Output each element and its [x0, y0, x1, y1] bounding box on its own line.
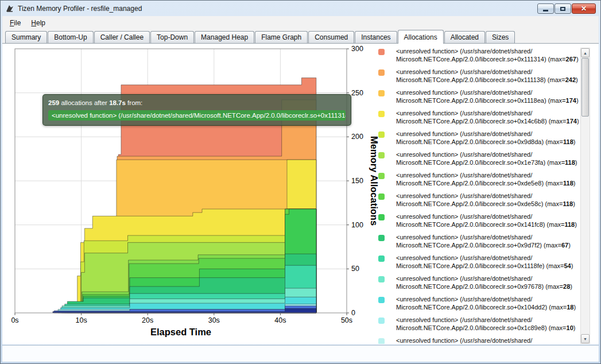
tab-allocated[interactable]: Allocated	[444, 31, 485, 43]
legend-item-label: <unresolved function> (/usr/share/dotnet…	[396, 89, 579, 104]
tooltip-function: <unresolved function> (/usr/share/dotnet…	[48, 110, 346, 121]
legend-item[interactable]: <unresolved function> (/usr/share/dotnet…	[377, 192, 579, 208]
legend-item[interactable]: <unresolved function> (/usr/share/dotnet…	[377, 337, 579, 344]
legend-item[interactable]: <unresolved function> (/usr/share/dotnet…	[377, 110, 579, 125]
app-window: Tizen Memory Profiler - resfile_managed …	[0, 0, 601, 364]
legend-swatch	[378, 49, 385, 55]
status-bar	[2, 345, 599, 362]
menu-file[interactable]: File	[5, 17, 26, 29]
legend-swatch	[378, 338, 385, 344]
x-tick-label: 40s	[274, 316, 286, 324]
tab-instances[interactable]: Instances	[355, 31, 397, 43]
tab-top-down[interactable]: Top-Down	[150, 31, 194, 43]
legend-item-label: <unresolved function> (/usr/share/dotnet…	[396, 48, 579, 63]
y-tick-label: 100	[351, 221, 363, 229]
legend-item-label: <unresolved function> (/usr/share/dotnet…	[396, 316, 575, 332]
tab-summary[interactable]: Summary	[5, 31, 47, 43]
y-tick-label: 200	[351, 133, 363, 141]
y-tick-label: 0	[351, 309, 355, 317]
tab-consumed[interactable]: Consumed	[308, 31, 354, 43]
x-tick-label: 0s	[11, 316, 18, 324]
legend-scrollbar[interactable]: ▲ ▼	[580, 48, 590, 344]
tooltip-time: 18.7s	[109, 99, 126, 106]
legend-swatch	[378, 152, 385, 158]
x-tick-label: 10s	[76, 316, 87, 324]
legend-item[interactable]: <unresolved function> (/usr/share/dotnet…	[377, 296, 579, 311]
legend-item-label: <unresolved function> (/usr/share/dotnet…	[396, 275, 572, 291]
allocations-chart[interactable]: 0s10s20s30s40s50s050100150200250300Elaps…	[2, 44, 381, 342]
y-tick-label: 300	[351, 45, 363, 53]
tab-managed-heap[interactable]: Managed Heap	[195, 31, 254, 43]
legend-item-label: <unresolved function> (/usr/share/dotnet…	[396, 213, 577, 229]
legend-item-label: <unresolved function> (/usr/share/dotnet…	[396, 234, 571, 249]
legend-item[interactable]: <unresolved function> (/usr/share/dotnet…	[377, 89, 579, 104]
legend-item[interactable]: <unresolved function> (/usr/share/dotnet…	[377, 234, 579, 249]
legend-swatch	[378, 297, 385, 303]
maximize-icon	[560, 7, 565, 11]
legend-item[interactable]: <unresolved function> (/usr/share/dotnet…	[377, 172, 579, 187]
y-tick-label: 50	[351, 265, 359, 273]
legend-swatch	[378, 173, 385, 179]
tab-bottom-up[interactable]: Bottom-Up	[48, 31, 93, 43]
chart-tooltip: 259 allocations after 18.7s from: <unres…	[42, 94, 351, 126]
legend-swatch	[378, 69, 385, 76]
scrollbar-thumb[interactable]	[581, 58, 589, 117]
tab-caller-callee[interactable]: Caller / Callee	[94, 31, 150, 43]
close-icon: ✕	[581, 5, 587, 12]
y-tick-label: 250	[351, 89, 363, 97]
minimize-icon	[543, 10, 548, 11]
legend-item-label: <unresolved function> (/usr/share/dotnet…	[396, 68, 578, 84]
legend-swatch	[378, 235, 385, 241]
minimize-button[interactable]	[537, 3, 554, 14]
x-tick-label: 50s	[341, 316, 352, 324]
legend-item[interactable]: <unresolved function> (/usr/share/dotnet…	[377, 151, 579, 166]
legend-swatch	[378, 255, 385, 262]
legend-item[interactable]: <unresolved function> (/usr/share/dotnet…	[377, 68, 579, 84]
content-area: 0s10s20s30s40s50s050100150200250300Elaps…	[2, 44, 599, 344]
legend-item[interactable]: <unresolved function> (/usr/share/dotnet…	[377, 254, 579, 270]
legend-swatch	[378, 317, 385, 324]
close-button[interactable]: ✕	[572, 3, 596, 14]
legend-swatch	[378, 131, 385, 138]
x-tick-label: 30s	[208, 316, 220, 324]
legend-item[interactable]: <unresolved function> (/usr/share/dotnet…	[377, 130, 579, 146]
legend-swatch	[378, 193, 385, 200]
legend-item-label: <unresolved function> (/usr/share/dotnet…	[396, 254, 573, 270]
legend-item-label: <unresolved function> (/usr/share/dotnet…	[396, 130, 575, 146]
legend-item-label: <unresolved function> (/usr/share/dotnet…	[396, 296, 576, 311]
legend-swatch	[378, 214, 385, 220]
tab-allocations[interactable]: Allocations	[398, 30, 444, 44]
tooltip-count: 259	[48, 99, 59, 106]
window-controls: ✕	[537, 3, 596, 14]
allocation-legend: <unresolved function> (/usr/share/dotnet…	[377, 48, 579, 344]
app-icon	[5, 4, 14, 13]
legend-item-label: <unresolved function> (/usr/share/dotnet…	[396, 110, 579, 125]
tooltip-from-text: from:	[126, 99, 142, 106]
legend-item-label: <unresolved function> (/usr/share/dotnet…	[396, 172, 575, 187]
menu-help[interactable]: Help	[26, 17, 51, 29]
scroll-down-button[interactable]: ▼	[581, 334, 590, 343]
maximize-button[interactable]	[555, 3, 571, 14]
legend-item-label: <unresolved function> (/usr/share/dotnet…	[396, 192, 575, 208]
x-tick-label: 20s	[142, 316, 153, 324]
legend-swatch	[378, 111, 385, 117]
legend-item[interactable]: <unresolved function> (/usr/share/dotnet…	[377, 48, 579, 63]
x-axis-title: Elapsed Time	[150, 327, 211, 337]
legend-item[interactable]: <unresolved function> (/usr/share/dotnet…	[377, 213, 579, 229]
legend-item-label: <unresolved function> (/usr/share/dotnet…	[396, 337, 532, 344]
y-tick-label: 150	[351, 177, 363, 185]
legend-item[interactable]: <unresolved function> (/usr/share/dotnet…	[377, 275, 579, 291]
tab-flame-graph[interactable]: Flame Graph	[255, 31, 308, 43]
legend-item[interactable]: <unresolved function> (/usr/share/dotnet…	[377, 316, 579, 332]
tab-strip: SummaryBottom-UpCaller / CalleeTop-DownM…	[2, 29, 599, 44]
tooltip-after-text: allocations after	[59, 99, 109, 106]
legend-swatch	[378, 276, 385, 282]
legend-item-label: <unresolved function> (/usr/share/dotnet…	[396, 151, 577, 166]
tooltip-summary: 259 allocations after 18.7s from:	[48, 99, 346, 106]
scroll-up-button[interactable]: ▲	[581, 48, 590, 57]
legend-swatch	[378, 90, 385, 96]
menu-bar: FileHelp	[2, 16, 599, 29]
tab-sizes[interactable]: Sizes	[486, 31, 515, 43]
window-title: Tizen Memory Profiler - resfile_managed	[18, 5, 142, 13]
titlebar[interactable]: Tizen Memory Profiler - resfile_managed …	[1, 1, 600, 16]
